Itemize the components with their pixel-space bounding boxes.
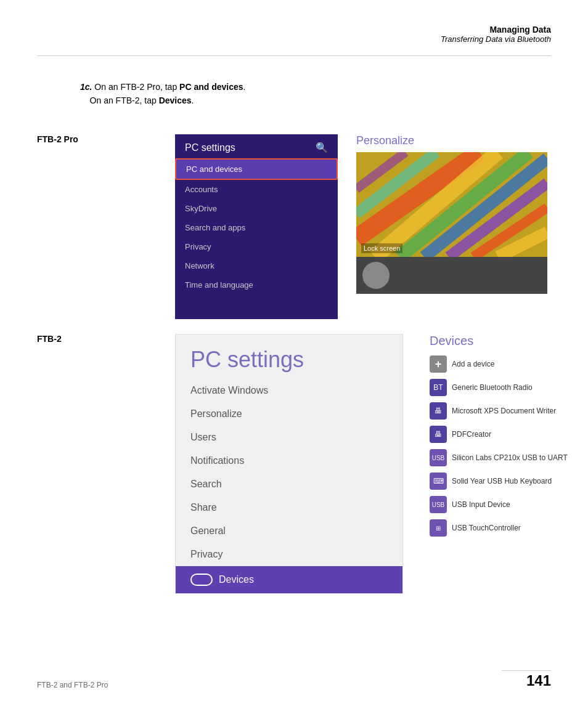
personalize-avatar-bar xyxy=(356,257,547,294)
page-footer: FTB-2 and FTB-2 Pro 141 xyxy=(37,672,551,689)
menu-users[interactable]: Users xyxy=(176,426,402,449)
step-line2-bold: Devices xyxy=(159,95,192,105)
step-number: 1c. xyxy=(80,82,92,92)
ftb2pro-screenshot: PC settings 🔍 PC and devices Accounts Sk… xyxy=(175,134,338,319)
usb-touch-icon: ⊞ xyxy=(430,519,447,537)
step-line1-post: . xyxy=(243,82,246,92)
menu-pc-and-devices[interactable]: PC and devices xyxy=(175,158,338,180)
device-usb-touch[interactable]: ⊞ USB TouchController xyxy=(430,519,571,537)
step-line2-pre: On an FTB-2, tap xyxy=(90,95,159,105)
page-number: 141 xyxy=(526,672,551,689)
step-instruction: 1c. On an FTB-2 Pro, tap PC and devices.… xyxy=(80,80,245,108)
menu-privacy-small[interactable]: Privacy xyxy=(175,237,338,256)
device-bluetooth-radio[interactable]: BT Generic Bluetooth Radio xyxy=(430,379,571,396)
keyboard-icon: ⌨ xyxy=(430,473,447,490)
device-usb-hub-keyboard[interactable]: ⌨ Solid Year USB Hub Keyboard xyxy=(430,473,571,490)
usb-input-label: USB Input Device xyxy=(452,500,510,509)
lock-screen-label: Lock screen xyxy=(361,243,402,253)
pc-settings-title-small: PC settings xyxy=(185,142,235,153)
footer-rule xyxy=(502,670,551,671)
usb-input-icon: USB xyxy=(430,496,447,513)
header-title: Managing Data xyxy=(441,25,551,34)
usb-hub-keyboard-label: Solid Year USB Hub Keyboard xyxy=(452,477,552,485)
step-line1-pre: On an FTB-2 Pro, tap xyxy=(94,82,179,92)
ftb2-screenshot: PC settings Activate Windows Personalize… xyxy=(175,334,403,594)
bluetooth-radio-label: Generic Bluetooth Radio xyxy=(452,383,533,392)
personalize-image: Lock screen xyxy=(356,152,547,257)
step-line1-bold: PC and devices xyxy=(179,82,243,92)
menu-general[interactable]: General xyxy=(176,519,402,543)
xps-printer-icon: 🖶 xyxy=(430,402,447,420)
xps-writer-label: Microsoft XPS Document Writer xyxy=(452,407,556,415)
page-header: Managing Data Transferring Data via Blue… xyxy=(441,25,551,44)
pdfcreator-label: PDFCreator xyxy=(452,430,491,439)
add-device-label: Add a device xyxy=(452,360,494,368)
menu-accounts[interactable]: Accounts xyxy=(175,180,338,199)
search-icon: 🔍 xyxy=(316,142,328,153)
header-rule xyxy=(37,55,551,56)
bluetooth-icon: BT xyxy=(430,379,447,396)
menu-privacy[interactable]: Privacy xyxy=(176,543,402,566)
devices-circle-icon xyxy=(190,574,213,586)
ftb2-label: FTB-2 xyxy=(37,334,62,344)
devices-panel: Devices + Add a device BT Generic Blueto… xyxy=(430,334,571,543)
device-pdfcreator[interactable]: 🖶 PDFCreator xyxy=(430,426,571,443)
silicon-labs-icon: USB xyxy=(430,449,447,466)
menu-devices[interactable]: Devices xyxy=(176,566,402,593)
pc-settings-header-small: PC settings 🔍 xyxy=(175,134,338,158)
menu-search-and-apps[interactable]: Search and apps xyxy=(175,218,338,237)
add-device-icon: + xyxy=(430,355,447,373)
personalize-image-svg xyxy=(356,152,547,257)
avatar xyxy=(362,262,390,289)
menu-search[interactable]: Search xyxy=(176,473,402,496)
silicon-labs-label: Silicon Labs CP210x USB to UART xyxy=(452,453,568,462)
footer-left: FTB-2 and FTB-2 Pro xyxy=(37,681,108,689)
menu-notifications[interactable]: Notifications xyxy=(176,449,402,473)
device-usb-input[interactable]: USB USB Input Device xyxy=(430,496,571,513)
ftb2pro-label: FTB-2 Pro xyxy=(37,134,78,144)
step-line2-post: . xyxy=(192,95,194,105)
menu-skydrive[interactable]: SkyDrive xyxy=(175,199,338,218)
menu-network[interactable]: Network xyxy=(175,256,338,275)
header-subtitle: Transferring Data via Bluetooth xyxy=(441,34,551,44)
personalize-title: Personalize xyxy=(356,134,547,147)
pdf-printer-icon: 🖶 xyxy=(430,426,447,443)
personalize-panel: Personalize Lock screen xyxy=(356,134,547,294)
menu-time-language[interactable]: Time and language xyxy=(175,275,338,294)
device-xps-writer[interactable]: 🖶 Microsoft XPS Document Writer xyxy=(430,402,571,420)
pc-settings-big-title: PC settings xyxy=(176,335,402,379)
menu-share[interactable]: Share xyxy=(176,496,402,519)
device-add[interactable]: + Add a device xyxy=(430,355,571,373)
device-silicon-labs[interactable]: USB Silicon Labs CP210x USB to UART xyxy=(430,449,571,466)
usb-touch-label: USB TouchController xyxy=(452,524,521,532)
devices-title: Devices xyxy=(430,334,571,348)
menu-activate-windows[interactable]: Activate Windows xyxy=(176,379,402,402)
menu-personalize[interactable]: Personalize xyxy=(176,402,402,426)
